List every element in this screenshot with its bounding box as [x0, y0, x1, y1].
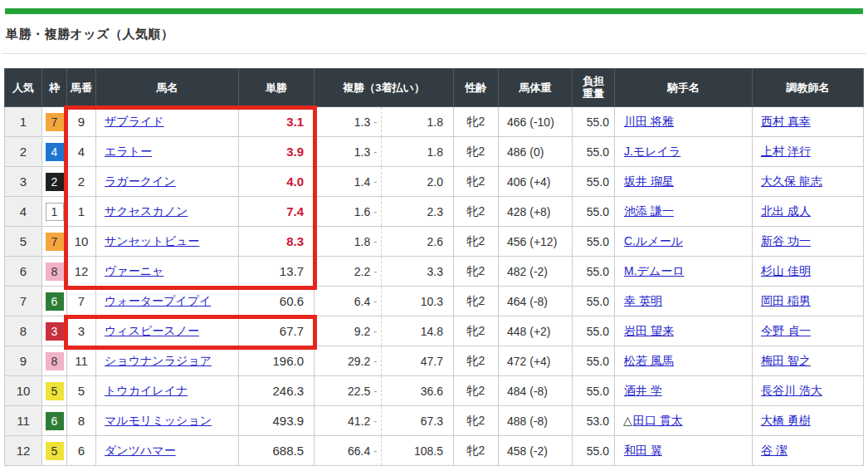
bracket-badge: 7 [46, 233, 64, 251]
horse-name-link[interactable]: ザブライド [105, 115, 164, 128]
bracket-cell: 5 [42, 376, 67, 406]
sex-age-cell: 牝2 [454, 287, 499, 316]
place-odds-high: 3.3 [381, 257, 453, 286]
win-odds-cell: 67.7 [239, 316, 315, 346]
jockey-link[interactable]: J.モレイラ [624, 145, 680, 158]
win-odds-cell: 8.3 [239, 227, 315, 257]
jockey-link[interactable]: M.デムーロ [624, 264, 685, 277]
place-odds-cell: 22.5- 36.6 [315, 376, 454, 406]
trainer-link[interactable]: 今野 貞一 [761, 324, 811, 337]
col-header-bracket: 枠 [42, 69, 67, 107]
place-odds-dash: - [373, 356, 377, 367]
horse-name-cell: エラトー [96, 137, 239, 167]
horse-name-cell: ダンツハマー [96, 436, 239, 466]
horse-name-link[interactable]: ショウナンラジョア [105, 354, 212, 367]
table-row: 4 1 1 サクセスカノン 7.4 1.6- 2.3 牝2 428 (+8) 5… [5, 197, 864, 227]
jockey-link[interactable]: 池添 謙一 [624, 204, 674, 218]
win-odds-cell: 13.7 [239, 257, 315, 287]
place-odds-high: 108.5 [381, 436, 453, 465]
trainer-link[interactable]: 大橋 勇樹 [761, 414, 811, 427]
trainer-cell: 上村 洋行 [753, 137, 864, 167]
place-odds-low: 41.2 [348, 414, 370, 428]
table-wrap: 人気 枠 馬番 馬名 単勝 複勝（3着払い） 性齢 馬体重 負担 重量 騎手名 … [4, 68, 864, 466]
jockey-link[interactable]: 坂井 瑠星 [624, 174, 674, 188]
trainer-cell: 大橋 勇樹 [753, 406, 864, 436]
horse-name-link[interactable]: エラトー [105, 145, 152, 158]
horse-name-link[interactable]: サンセットビュー [105, 234, 199, 248]
place-odds-cell: 29.2- 47.7 [315, 346, 454, 376]
win-odds-value: 3.9 [286, 145, 304, 159]
horse-weight-cell: 464 (-8) [499, 287, 573, 316]
trainer-link[interactable]: 谷 潔 [761, 444, 788, 457]
trainer-link[interactable]: 上村 洋行 [761, 145, 811, 158]
horse-name-link[interactable]: マルモリミッション [105, 414, 212, 427]
win-odds-value: 3.1 [286, 115, 304, 129]
jockey-cell: 岩田 望来 [615, 316, 753, 346]
horse-name-link[interactable]: トウカイレイナ [105, 384, 188, 397]
trainer-link[interactable]: 西村 真幸 [761, 115, 811, 128]
trainer-cell: 岡田 稲男 [753, 287, 864, 316]
horse-number-cell: 5 [67, 376, 96, 406]
place-odds-cell: 1.8- 2.6 [315, 227, 454, 257]
jockey-link[interactable]: 田口 貫太 [633, 414, 683, 427]
place-odds-cell: 1.4- 2.0 [315, 167, 454, 197]
place-odds-low: 22.5 [348, 385, 370, 398]
trainer-cell: 杉山 佳明 [753, 257, 864, 287]
jockey-link[interactable]: 岩田 望来 [624, 324, 674, 337]
place-odds-low: 66.4 [348, 444, 370, 458]
horse-name-link[interactable]: ウォータープイプイ [105, 294, 211, 307]
place-odds-low: 2.2 [354, 265, 370, 278]
col-header-sexage: 性齢 [454, 69, 499, 107]
table-row: 5 7 10 サンセットビュー 8.3 1.8- 2.6 牝2 456 (+12… [5, 227, 864, 257]
section-divider [2, 53, 866, 54]
impost-cell: 55.0 [573, 167, 615, 197]
trainer-link[interactable]: 梅田 智之 [761, 354, 811, 367]
rank-cell: 4 [5, 197, 42, 227]
jockey-link[interactable]: 川田 将雅 [624, 115, 674, 128]
place-odds-high: 10.3 [381, 287, 453, 316]
jockey-link[interactable]: C.ルメール [624, 234, 683, 248]
odds-table-header: 人気 枠 馬番 馬名 単勝 複勝（3着払い） 性齢 馬体重 負担 重量 騎手名 … [5, 69, 864, 107]
jockey-link[interactable]: 松若 風馬 [624, 354, 674, 367]
trainer-link[interactable]: 長谷川 浩大 [761, 384, 822, 397]
col-header-win: 単勝 [239, 69, 315, 107]
place-odds-low: 1.3 [354, 145, 370, 159]
horse-name-link[interactable]: ウィスピースノー [105, 324, 199, 337]
col-header-impost: 負担 重量 [573, 69, 615, 107]
horse-weight-cell: 486 (0) [499, 137, 573, 167]
horse-name-link[interactable]: ダンツハマー [105, 444, 176, 457]
horse-name-cell: ザブライド [96, 107, 239, 137]
horse-weight-cell: 458 (-2) [499, 436, 573, 466]
trainer-link[interactable]: 岡田 稲男 [761, 294, 811, 307]
bracket-badge: 6 [46, 412, 64, 430]
horse-number-cell: 9 [67, 107, 96, 137]
jockey-cell: 池添 謙一 [615, 197, 753, 227]
horse-weight-cell: 482 (-2) [499, 257, 573, 287]
impost-cell: 55.0 [573, 287, 615, 316]
trainer-link[interactable]: 大久保 龍志 [761, 174, 822, 188]
win-odds-value: 67.7 [280, 324, 304, 338]
win-odds-value: 4.0 [286, 174, 304, 189]
horse-number-cell: 1 [67, 197, 96, 227]
place-odds-high: 14.8 [381, 316, 453, 346]
trainer-link[interactable]: 新谷 功一 [761, 234, 811, 248]
win-odds-value: 246.3 [272, 384, 304, 398]
jockey-link[interactable]: 酒井 学 [624, 384, 662, 397]
horse-name-link[interactable]: ヴァーニャ [105, 264, 163, 277]
sex-age-cell: 牝2 [454, 376, 499, 406]
place-odds-dash: - [373, 326, 377, 337]
bracket-badge: 8 [46, 352, 64, 370]
win-odds-value: 60.6 [280, 294, 304, 308]
bracket-badge: 6 [46, 292, 64, 311]
bracket-badge: 4 [46, 143, 64, 161]
sex-age-cell: 牝2 [454, 197, 499, 227]
table-row: 3 2 2 ラガークイン 4.0 1.4- 2.0 牝2 406 (+4) 55… [5, 167, 864, 197]
jockey-link[interactable]: 幸 英明 [624, 294, 662, 307]
bracket-cell: 3 [42, 316, 67, 346]
trainer-link[interactable]: 北出 成人 [761, 204, 811, 218]
jockey-link[interactable]: 和田 翼 [624, 444, 662, 457]
horse-name-link[interactable]: ラガークイン [105, 174, 176, 188]
place-odds-dash: - [373, 445, 377, 457]
trainer-link[interactable]: 杉山 佳明 [761, 264, 811, 277]
horse-name-link[interactable]: サクセスカノン [105, 204, 188, 218]
